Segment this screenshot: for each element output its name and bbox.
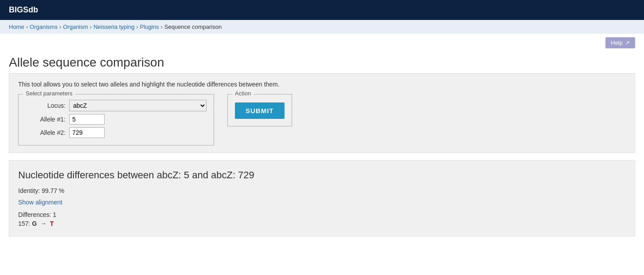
differences-label: Differences: <box>18 211 51 218</box>
main-content: This tool allows you to select two allel… <box>0 73 644 245</box>
results-panel: Nucleotide differences between abcZ: 5 a… <box>9 160 635 236</box>
page-title-area: Allele sequence comparison <box>0 48 644 73</box>
intro-text: This tool allows you to select two allel… <box>18 81 626 88</box>
select-parameters-legend: Select parameters <box>23 90 75 97</box>
locus-label: Locus: <box>26 102 66 109</box>
breadcrumb-sep-2: › <box>59 24 61 30</box>
form-panel: This tool allows you to select two allel… <box>9 73 635 153</box>
form-sections: Select parameters Locus: abcZ Allele #1:… <box>18 94 626 145</box>
help-button[interactable]: Help ↗ <box>605 37 635 48</box>
diff-from: G <box>32 220 37 227</box>
breadcrumb-organisms[interactable]: Organisms <box>30 24 58 30</box>
differences-count: 1 <box>53 211 56 218</box>
select-parameters-group: Select parameters Locus: abcZ Allele #1:… <box>18 94 214 145</box>
locus-row: Locus: abcZ <box>26 100 207 111</box>
breadcrumb-neisseria[interactable]: Neisseria typing <box>94 24 135 30</box>
diff-position: 157: <box>18 220 30 227</box>
allele1-input[interactable] <box>69 114 105 125</box>
app-header: BIGSdb <box>0 0 644 20</box>
diff-detail: 157: G → T <box>18 220 626 227</box>
diff-arrow: → <box>40 220 47 227</box>
breadcrumb-current: Sequence comparison <box>164 24 222 30</box>
locus-select[interactable]: abcZ <box>69 100 207 111</box>
breadcrumb-home[interactable]: Home <box>9 24 24 30</box>
show-alignment-link[interactable]: Show alignment <box>18 199 62 206</box>
allele1-row: Allele #1: <box>26 114 207 125</box>
differences-line: Differences: 1 <box>18 211 626 218</box>
allele2-row: Allele #2: <box>26 127 207 138</box>
app-title: BIGSdb <box>9 5 38 14</box>
page-title: Allele sequence comparison <box>9 55 635 70</box>
breadcrumb-sep-1: › <box>26 24 28 30</box>
breadcrumb-sep-5: › <box>160 24 162 30</box>
breadcrumb-sep-3: › <box>90 24 92 30</box>
identity-label: Identity: <box>18 187 40 194</box>
breadcrumb-organism[interactable]: Organism <box>63 24 88 30</box>
allele2-input[interactable] <box>69 127 105 138</box>
allele1-label: Allele #1: <box>26 116 66 123</box>
allele2-label: Allele #2: <box>26 129 66 136</box>
external-link-icon: ↗ <box>625 39 630 46</box>
identity-value: 99.77 % <box>42 187 64 194</box>
action-legend: Action <box>232 90 254 97</box>
help-area: Help ↗ <box>0 34 644 48</box>
breadcrumb: Home › Organisms › Organism › Neisseria … <box>0 20 644 34</box>
breadcrumb-plugins[interactable]: Plugins <box>140 24 159 30</box>
submit-button[interactable]: SUBMIT <box>235 102 285 119</box>
diff-to: T <box>50 220 54 227</box>
help-label: Help <box>611 39 623 46</box>
identity-line: Identity: 99.77 % <box>18 187 626 194</box>
results-title: Nucleotide differences between abcZ: 5 a… <box>18 169 626 181</box>
action-group: Action SUBMIT <box>227 94 292 126</box>
breadcrumb-sep-4: › <box>136 24 138 30</box>
